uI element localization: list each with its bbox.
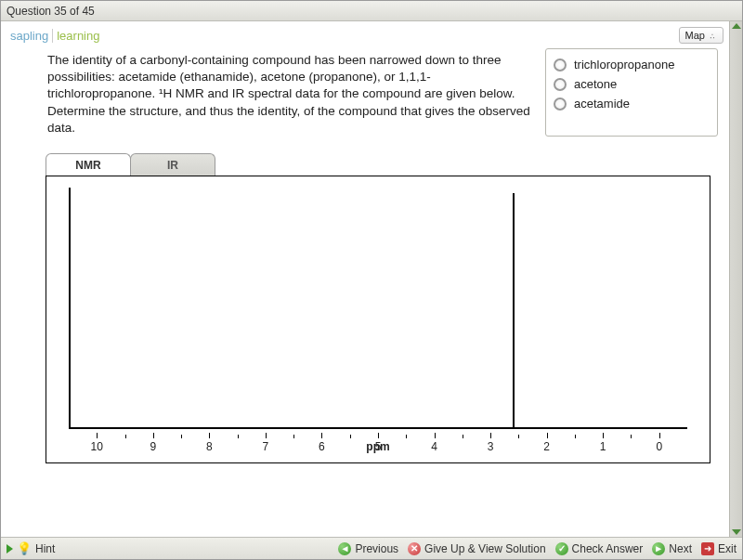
x-minor-tick bbox=[406, 435, 407, 438]
previous-label: Previous bbox=[355, 542, 398, 555]
play-icon bbox=[7, 544, 13, 553]
x-tick bbox=[547, 433, 548, 438]
answer-label: acetamide bbox=[574, 97, 630, 111]
x-tick bbox=[659, 433, 660, 438]
giveup-button[interactable]: ✕ Give Up & View Solution bbox=[408, 542, 546, 555]
nmr-plot: ppm 109876543210 bbox=[46, 176, 710, 463]
content-row: sapling learning Map ⛬ The identity of a… bbox=[1, 21, 742, 537]
x-minor-tick bbox=[238, 435, 239, 438]
bulb-icon: 💡 bbox=[17, 541, 32, 555]
window-titlebar: Question 35 of 45 bbox=[1, 1, 742, 21]
exit-icon: ➜ bbox=[701, 542, 714, 555]
footer-toolbar: 💡 Hint ◄ Previous ✕ Give Up & View Solut… bbox=[1, 537, 742, 559]
radio-icon bbox=[554, 98, 567, 111]
spectrum-tabs: NMR IR bbox=[46, 153, 729, 176]
x-tick bbox=[435, 433, 436, 438]
next-icon: ► bbox=[652, 542, 665, 555]
question-body: The identity of a carbonyl-containing co… bbox=[1, 48, 729, 137]
tab-ir[interactable]: IR bbox=[130, 153, 215, 176]
map-button[interactable]: Map ⛬ bbox=[679, 27, 723, 44]
x-tick bbox=[209, 433, 210, 438]
x-axis: ppm 109876543210 bbox=[69, 431, 687, 449]
tab-nmr[interactable]: NMR bbox=[46, 153, 131, 176]
prev-icon: ◄ bbox=[338, 542, 351, 555]
x-tick-label: 9 bbox=[150, 440, 156, 453]
x-minor-tick bbox=[631, 435, 632, 438]
main-area: sapling learning Map ⛬ The identity of a… bbox=[1, 21, 729, 537]
x-tick bbox=[490, 433, 491, 438]
x-tick-label: 6 bbox=[319, 440, 325, 453]
tab-label: IR bbox=[167, 159, 178, 172]
scrollbar[interactable] bbox=[729, 21, 742, 537]
x-tick bbox=[603, 433, 604, 438]
x-minor-tick bbox=[518, 435, 519, 438]
tab-label: NMR bbox=[75, 159, 100, 172]
x-tick-label: 5 bbox=[375, 440, 382, 453]
next-label: Next bbox=[669, 542, 692, 555]
x-tick-label: 1 bbox=[600, 440, 606, 453]
x-tick bbox=[378, 433, 379, 438]
check-icon: ✓ bbox=[555, 542, 568, 555]
question-text: The identity of a carbonyl-containing co… bbox=[47, 48, 532, 137]
check-label: Check Answer bbox=[572, 542, 644, 555]
x-tick bbox=[266, 433, 267, 438]
previous-button[interactable]: ◄ Previous bbox=[338, 542, 398, 555]
x-minor-tick bbox=[575, 435, 576, 438]
hint-button[interactable]: 💡 Hint bbox=[7, 541, 55, 555]
x-minor-tick bbox=[350, 435, 351, 438]
plot-axes bbox=[69, 188, 687, 429]
x-tick bbox=[321, 433, 322, 438]
exit-label: Exit bbox=[718, 542, 736, 555]
hint-label: Hint bbox=[35, 542, 55, 555]
x-tick-label: 0 bbox=[656, 440, 662, 453]
x-tick-label: 8 bbox=[206, 440, 213, 453]
map-button-label: Map bbox=[685, 30, 705, 41]
x-minor-tick bbox=[463, 435, 463, 438]
map-icon: ⛬ bbox=[708, 31, 717, 41]
answer-option-trichloropropanone[interactable]: trichloropropanone bbox=[554, 55, 710, 74]
giveup-icon: ✕ bbox=[408, 542, 421, 555]
x-tick-label: 10 bbox=[91, 440, 103, 453]
x-tick bbox=[97, 433, 98, 438]
brand-part1: sapling bbox=[10, 29, 48, 43]
x-tick bbox=[153, 433, 154, 438]
scroll-down-icon[interactable] bbox=[732, 529, 741, 535]
x-tick-label: 4 bbox=[431, 440, 437, 453]
scroll-up-icon[interactable] bbox=[732, 23, 741, 29]
app-window: Question 35 of 45 sapling learning Map ⛬… bbox=[0, 0, 743, 560]
x-minor-tick bbox=[125, 435, 126, 438]
giveup-label: Give Up & View Solution bbox=[424, 542, 546, 555]
answer-option-acetamide[interactable]: acetamide bbox=[554, 94, 710, 113]
x-tick-label: 3 bbox=[488, 440, 494, 453]
answer-panel: trichloropropanone acetone acetamide bbox=[545, 48, 718, 137]
answer-label: acetone bbox=[574, 77, 617, 91]
x-tick-label: 7 bbox=[263, 440, 269, 453]
nmr-peak bbox=[513, 193, 515, 427]
x-minor-tick bbox=[181, 435, 182, 438]
window-title: Question 35 of 45 bbox=[7, 5, 95, 18]
radio-icon bbox=[554, 78, 567, 91]
check-answer-button[interactable]: ✓ Check Answer bbox=[555, 542, 644, 555]
exit-button[interactable]: ➜ Exit bbox=[701, 542, 736, 555]
answer-label: trichloropropanone bbox=[574, 58, 674, 72]
radio-icon bbox=[554, 59, 567, 72]
brand-part2: learning bbox=[52, 29, 99, 43]
next-button[interactable]: ► Next bbox=[652, 542, 692, 555]
brand-logo: sapling learning bbox=[1, 21, 729, 48]
answer-option-acetone[interactable]: acetone bbox=[554, 74, 710, 94]
x-minor-tick bbox=[293, 435, 294, 438]
x-tick-label: 2 bbox=[543, 440, 550, 453]
